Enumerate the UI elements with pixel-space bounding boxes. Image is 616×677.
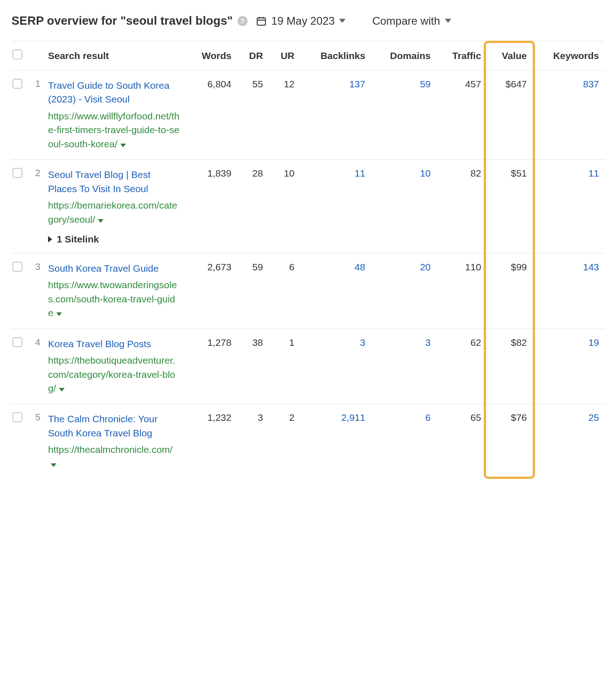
result-url[interactable]: https://thecalmchronicle.com/ bbox=[48, 443, 180, 471]
value-cell: $647 bbox=[486, 70, 532, 160]
svg-rect-0 bbox=[257, 18, 265, 25]
words-cell: 1,839 bbox=[185, 160, 237, 253]
dr-header[interactable]: DR bbox=[237, 41, 269, 70]
words-header[interactable]: Words bbox=[185, 41, 237, 70]
backlinks-cell[interactable]: 48 bbox=[300, 253, 371, 328]
value-cell: $99 bbox=[486, 253, 532, 328]
row-checkbox[interactable] bbox=[12, 412, 22, 422]
ur-cell: 10 bbox=[269, 160, 300, 253]
calendar-icon bbox=[256, 16, 267, 27]
sitelink-label: 1 Sitelink bbox=[57, 234, 99, 245]
select-all-header bbox=[11, 41, 30, 70]
table-row: 3 South Korea Travel Guide https://www.t… bbox=[11, 253, 605, 328]
ur-cell: 1 bbox=[269, 328, 300, 404]
chevron-down-icon[interactable] bbox=[98, 219, 103, 223]
result-title-link[interactable]: Korea Travel Blog Posts bbox=[48, 337, 180, 351]
backlinks-cell[interactable]: 11 bbox=[300, 160, 371, 253]
table-row: 1 Travel Guide to South Korea (2023) - V… bbox=[11, 70, 605, 160]
page-header: SERP overview for "seoul travel blogs" ?… bbox=[11, 14, 605, 28]
chevron-down-icon[interactable] bbox=[51, 463, 56, 467]
traffic-cell: 82 bbox=[436, 160, 486, 253]
result-url[interactable]: https://bemariekorea.com/category/seoul/ bbox=[48, 199, 180, 226]
compare-button[interactable]: Compare with bbox=[372, 15, 451, 27]
backlinks-cell[interactable]: 2,911 bbox=[300, 404, 371, 479]
traffic-cell: 457 bbox=[436, 70, 486, 160]
words-cell: 2,673 bbox=[185, 253, 237, 328]
result-url[interactable]: https://www.twowanderingsoles.com/south-… bbox=[48, 278, 180, 320]
chevron-right-icon bbox=[48, 236, 52, 242]
date-value: 19 May 2023 bbox=[271, 15, 335, 27]
row-checkbox[interactable] bbox=[12, 79, 22, 89]
chevron-down-icon[interactable] bbox=[59, 388, 65, 392]
domains-cell[interactable]: 3 bbox=[371, 328, 436, 404]
page-title: SERP overview for "seoul travel blogs" ? bbox=[11, 14, 248, 28]
keywords-cell[interactable]: 25 bbox=[532, 404, 605, 479]
domains-cell[interactable]: 59 bbox=[371, 70, 436, 160]
row-checkbox[interactable] bbox=[12, 337, 22, 347]
keywords-header[interactable]: Keywords bbox=[532, 41, 605, 70]
backlinks-header[interactable]: Backlinks bbox=[300, 41, 371, 70]
value-cell: $76 bbox=[486, 404, 532, 479]
compare-label: Compare with bbox=[372, 15, 440, 27]
search-result-cell: Korea Travel Blog Posts https://thebouti… bbox=[48, 328, 185, 404]
table-row: 4 Korea Travel Blog Posts https://thebou… bbox=[11, 328, 605, 404]
chevron-down-icon[interactable] bbox=[120, 144, 126, 147]
words-cell: 6,804 bbox=[185, 70, 237, 160]
value-cell: $51 bbox=[486, 160, 532, 253]
ur-cell: 12 bbox=[269, 70, 300, 160]
domains-cell[interactable]: 20 bbox=[371, 253, 436, 328]
domains-cell[interactable]: 6 bbox=[371, 404, 436, 479]
row-checkbox[interactable] bbox=[12, 262, 22, 272]
chevron-down-icon[interactable] bbox=[56, 312, 62, 316]
search-result-cell: Seoul Travel Blog | Best Places To Visit… bbox=[48, 160, 185, 253]
domains-header[interactable]: Domains bbox=[371, 41, 436, 70]
domains-cell[interactable]: 10 bbox=[371, 160, 436, 253]
result-title-link[interactable]: The Calm Chronicle: Your South Korea Tra… bbox=[48, 412, 180, 440]
position-cell: 5 bbox=[30, 404, 48, 479]
dr-cell: 28 bbox=[237, 160, 269, 253]
result-title-link[interactable]: South Korea Travel Guide bbox=[48, 262, 180, 275]
result-title-link[interactable]: Seoul Travel Blog | Best Places To Visit… bbox=[48, 168, 180, 196]
serp-table: Search result Words DR UR Backlinks Doma… bbox=[11, 41, 605, 479]
backlinks-cell[interactable]: 3 bbox=[300, 328, 371, 404]
position-cell: 4 bbox=[30, 328, 48, 404]
ur-header[interactable]: UR bbox=[269, 41, 300, 70]
dr-cell: 59 bbox=[237, 253, 269, 328]
sitelink-toggle[interactable]: 1 Sitelink bbox=[48, 234, 180, 245]
value-header[interactable]: Value bbox=[486, 41, 532, 70]
keywords-cell[interactable]: 143 bbox=[532, 253, 605, 328]
date-picker[interactable]: 19 May 2023 bbox=[256, 15, 346, 27]
result-title-link[interactable]: Travel Guide to South Korea (2023) - Vis… bbox=[48, 79, 180, 107]
value-cell: $82 bbox=[486, 328, 532, 404]
result-url[interactable]: https://www.willflyforfood.net/the-first… bbox=[48, 109, 180, 151]
serp-table-container: Search result Words DR UR Backlinks Doma… bbox=[11, 41, 605, 479]
ur-cell: 6 bbox=[269, 253, 300, 328]
position-cell: 3 bbox=[30, 253, 48, 328]
traffic-cell: 62 bbox=[436, 328, 486, 404]
ur-cell: 2 bbox=[269, 404, 300, 479]
search-result-cell: The Calm Chronicle: Your South Korea Tra… bbox=[48, 404, 185, 479]
table-row: 2 Seoul Travel Blog | Best Places To Vis… bbox=[11, 160, 605, 253]
keywords-cell[interactable]: 11 bbox=[532, 160, 605, 253]
traffic-cell: 65 bbox=[436, 404, 486, 479]
traffic-header[interactable]: Traffic bbox=[436, 41, 486, 70]
keywords-cell[interactable]: 837 bbox=[532, 70, 605, 160]
row-checkbox[interactable] bbox=[12, 168, 22, 178]
dr-cell: 3 bbox=[237, 404, 269, 479]
traffic-cell: 110 bbox=[436, 253, 486, 328]
result-url[interactable]: https://theboutiqueadventurer.com/catego… bbox=[48, 354, 180, 395]
backlinks-cell[interactable]: 137 bbox=[300, 70, 371, 160]
search-result-cell: Travel Guide to South Korea (2023) - Vis… bbox=[48, 70, 185, 160]
search-result-cell: South Korea Travel Guide https://www.two… bbox=[48, 253, 185, 328]
table-row: 5 The Calm Chronicle: Your South Korea T… bbox=[11, 404, 605, 479]
position-header bbox=[30, 41, 48, 70]
words-cell: 1,232 bbox=[185, 404, 237, 479]
table-header-row: Search result Words DR UR Backlinks Doma… bbox=[11, 41, 605, 70]
search-result-header[interactable]: Search result bbox=[48, 41, 185, 70]
words-cell: 1,278 bbox=[185, 328, 237, 404]
dr-cell: 38 bbox=[237, 328, 269, 404]
dr-cell: 55 bbox=[237, 70, 269, 160]
select-all-checkbox[interactable] bbox=[12, 49, 22, 59]
keywords-cell[interactable]: 19 bbox=[532, 328, 605, 404]
help-icon[interactable]: ? bbox=[238, 16, 248, 26]
